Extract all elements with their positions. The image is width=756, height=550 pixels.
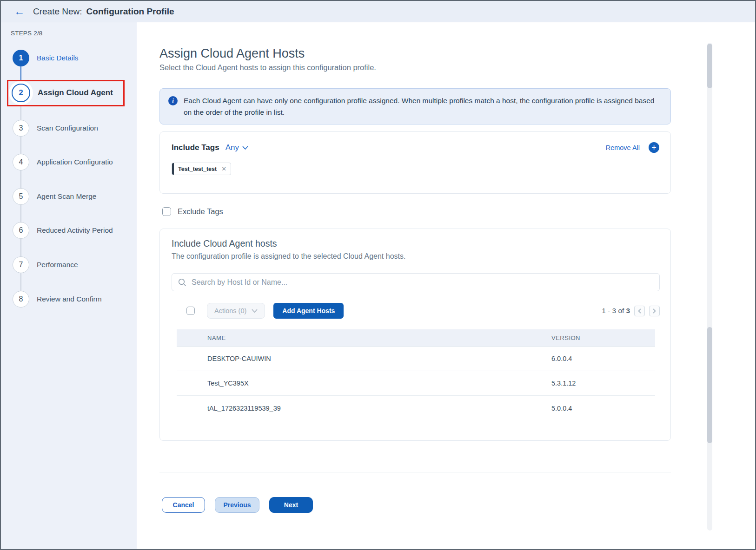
step-label: Reduced Activity Period (37, 226, 113, 235)
host-name-cell: DESKTOP-CAUIWIN (177, 355, 551, 362)
add-agent-hosts-button[interactable]: Add Agent Hosts (273, 303, 344, 319)
hosts-toolbar: Actions (0) Add Agent Hosts 1 - 3 of 3 (186, 302, 660, 319)
host-version-cell: 5.0.0.4 (551, 405, 572, 412)
actions-label: Actions (0) (214, 307, 246, 314)
host-name-cell: Test_YC395X (177, 380, 551, 387)
window-title-prefix: Create New: (33, 7, 82, 17)
table-row: DESKTOP-CAUIWIN 6.0.0.4 (177, 347, 655, 371)
chevron-down-icon (242, 146, 248, 150)
hosts-table: NAME VERSION DESKTOP-CAUIWIN 6.0.0.4 Tes… (177, 329, 655, 420)
chevron-right-icon (653, 308, 656, 314)
step-number-badge: 8 (13, 291, 29, 308)
tag-match-operator-value: Any (225, 143, 239, 152)
column-header-version: VERSION (551, 334, 580, 341)
page-subtitle: Select the Cloud Agent hosts to assign t… (159, 63, 376, 72)
table-row: Test_YC395X 5.3.1.12 (177, 371, 655, 396)
step-number-badge: 5 (13, 188, 29, 205)
back-arrow-icon[interactable]: ← (14, 6, 25, 17)
plus-icon: + (651, 144, 657, 152)
tag-remove-icon[interactable]: ✕ (221, 166, 226, 172)
info-icon: i (168, 96, 178, 105)
sidebar-step-reduced-activity-period[interactable]: 6 Reduced Activity Period (13, 222, 113, 239)
steps-progress-label: STEPS 2/8 (11, 30, 43, 37)
step-label: Performance (37, 261, 78, 269)
host-name-cell: tAL_1726323119539_39 (177, 405, 551, 412)
step-number-badge: 6 (13, 222, 29, 239)
host-version-cell: 5.3.1.12 (551, 380, 576, 387)
host-version-cell: 6.0.0.4 (551, 355, 572, 362)
hosts-table-header: NAME VERSION (177, 329, 655, 347)
search-icon (178, 278, 186, 287)
sidebar-step-review-and-confirm[interactable]: 8 Review and Confirm (13, 291, 102, 308)
step-label: Agent Scan Merge (37, 192, 96, 201)
scrollbar-track[interactable] (707, 43, 712, 530)
hosts-section-title: Include Cloud Agent hosts (172, 238, 277, 249)
info-banner-text: Each Cloud Agent can have only one confi… (184, 95, 657, 118)
tag-chip-color-bar (172, 163, 174, 175)
host-search-input[interactable] (192, 278, 659, 287)
sidebar-step-assign-cloud-agent[interactable]: 2 Assign Cloud Agent (13, 84, 113, 102)
hosts-section-subtitle: The configuration profile is assigned to… (172, 252, 405, 261)
pagination-previous-button[interactable] (634, 306, 645, 316)
remove-all-tags-link[interactable]: Remove All (606, 144, 640, 151)
wizard-footer: Cancel Previous Next (162, 497, 313, 513)
step-label: Scan Configuration (37, 124, 98, 132)
table-row: tAL_1726323119539_39 5.0.0.4 (177, 396, 655, 420)
pagination-range-text: 1 - 3 of (602, 307, 624, 315)
sidebar-step-application-configuration[interactable]: 4 Application Configuratio (13, 154, 113, 170)
include-tags-label: Include Tags (172, 143, 219, 152)
pagination-next-button[interactable] (649, 306, 660, 316)
previous-button[interactable]: Previous (215, 497, 259, 513)
step-label: Basic Details (37, 54, 79, 62)
cancel-button[interactable]: Cancel (162, 497, 205, 513)
create-configuration-profile-page: ← Create New: Configuration Profile STEP… (0, 0, 756, 550)
exclude-tags-label: Exclude Tags (178, 207, 223, 216)
select-all-hosts-checkbox[interactable] (186, 307, 195, 315)
exclude-tags-row: Exclude Tags (162, 207, 223, 216)
step-number-badge: 7 (13, 256, 29, 273)
page-title: Assign Cloud Agent Hosts (159, 46, 305, 61)
steps-sidebar: STEPS 2/8 1 Basic Details 2 Assign Cloud… (1, 22, 137, 549)
include-cloud-agent-hosts-card: Include Cloud Agent hosts The configurat… (159, 229, 671, 441)
step-number-badge: 2 (12, 84, 30, 102)
add-tag-button[interactable]: + (649, 142, 659, 153)
top-bar: ← Create New: Configuration Profile (1, 1, 755, 22)
chevron-left-icon (638, 308, 641, 314)
next-button[interactable]: Next (269, 497, 313, 513)
tag-match-operator-dropdown[interactable]: Any (225, 143, 248, 152)
tag-chip-label: Test_test_test (178, 166, 217, 172)
pagination-total: 3 (626, 307, 630, 315)
footer-divider (159, 472, 671, 472)
step-label: Assign Cloud Agent (38, 88, 113, 98)
main-panel: Assign Cloud Agent Hosts Select the Clou… (137, 22, 755, 549)
scrollbar-thumb-top[interactable] (707, 44, 712, 88)
sidebar-step-scan-configuration[interactable]: 3 Scan Configuration (13, 120, 98, 137)
host-search-box (172, 273, 660, 291)
step-number-badge: 4 (13, 154, 29, 170)
exclude-tags-checkbox[interactable] (162, 207, 171, 216)
window-title: Configuration Profile (86, 7, 174, 17)
step-label: Application Configuratio (37, 158, 113, 166)
column-header-name: NAME (177, 334, 551, 341)
sidebar-step-agent-scan-merge[interactable]: 5 Agent Scan Merge (13, 188, 96, 205)
actions-dropdown-button[interactable]: Actions (0) (207, 303, 265, 319)
step-number-badge: 1 (13, 50, 29, 66)
tag-chip: Test_test_test ✕ (172, 163, 231, 175)
sidebar-step-performance[interactable]: 7 Performance (13, 256, 78, 273)
sidebar-step-basic-details[interactable]: 1 Basic Details (13, 50, 79, 66)
chevron-down-icon (252, 309, 258, 313)
step-number-badge: 3 (13, 120, 29, 137)
scrollbar-thumb-table[interactable] (707, 327, 712, 443)
include-tags-card: Include Tags Any Remove All + Test_test_… (159, 131, 671, 194)
include-tags-header: Include Tags Any Remove All + (160, 132, 670, 153)
step-label: Review and Confirm (37, 295, 102, 303)
info-banner: i Each Cloud Agent can have only one con… (159, 88, 671, 124)
